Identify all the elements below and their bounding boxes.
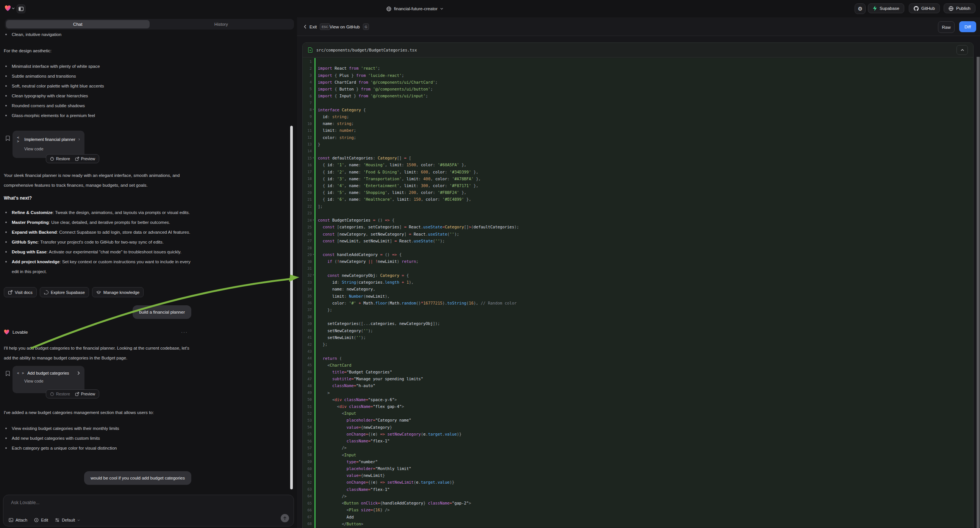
toggle-sidebar-button[interactable] [17, 5, 25, 13]
preview-label: Preview [81, 156, 95, 161]
diff-file-card: src/components/budget/BudgetCategories.t… [302, 43, 974, 528]
fold-chevron-icon[interactable]: ▾ [312, 219, 314, 221]
restore-preview-pill: Restore Preview [46, 390, 99, 398]
restore-button[interactable]: Restore [50, 392, 70, 396]
list-item: Clean, intuitive navigation [4, 30, 195, 40]
preview-button[interactable]: Preview [75, 392, 95, 396]
chat-history-tabs: Chat History [5, 19, 294, 30]
supabase-button[interactable]: Supabase [868, 3, 904, 13]
code-line: 20 { id: '5', name: 'Shopping', limit: 2… [303, 189, 973, 196]
code-line: 57 /> [303, 444, 973, 451]
lovable-heart-icon [4, 329, 10, 335]
chat-scrollbar[interactable] [290, 126, 293, 489]
logo-chevron-down-icon[interactable] [12, 7, 15, 10]
line-number: 7 [303, 101, 312, 105]
raw-toggle-button[interactable]: Raw [938, 21, 955, 33]
send-button[interactable] [281, 514, 289, 522]
edit-label: Edit [41, 518, 48, 522]
restore-button[interactable]: Restore [50, 156, 70, 161]
explore-supabase-button[interactable]: Explore Supabase [40, 287, 89, 297]
line-number: 36 [303, 301, 312, 305]
g-shortcut-badge: G [363, 24, 369, 30]
attach-button[interactable]: Attach [9, 518, 27, 522]
code-line: 31 [303, 265, 973, 272]
code-line: 5import { Button } from '@/components/ui… [303, 86, 973, 92]
file-header[interactable]: src/components/budget/BudgetCategories.t… [303, 43, 973, 57]
lovable-logo-icon[interactable] [5, 5, 11, 11]
view-on-github-button[interactable]: View on GitHub G [329, 17, 369, 36]
line-number: 49 [303, 391, 312, 395]
file-path: src/components/budget/BudgetCategories.t… [316, 48, 417, 52]
bookmark-icon[interactable] [6, 135, 10, 141]
code-line: 41 setNewLimit(''); [303, 334, 973, 341]
code-line: 53 placeholder="Category name" [303, 417, 973, 423]
collapse-file-button[interactable] [956, 45, 968, 55]
code-viewer-header: Exit ESC View on GitHub G Raw Diff [297, 17, 980, 36]
project-selector[interactable]: financial-future-creator [387, 4, 443, 14]
bookmark-icon[interactable] [6, 371, 10, 376]
diff-toggle-button[interactable]: Diff [959, 21, 976, 32]
line-number: 11 [303, 129, 312, 132]
edit-button[interactable]: Edit [34, 518, 48, 522]
line-number: 4 [303, 80, 312, 84]
code-line: 45 <ChartCard [303, 362, 973, 369]
list-item: Subtle animations and transitions [4, 71, 195, 81]
line-number: 63 [303, 487, 312, 491]
list-item: Glass-morphic elements for a premium fee… [4, 111, 195, 121]
code-content[interactable]: 12import React from 'react';3import { Pl… [303, 58, 973, 528]
action-button-row: Visit docs Explore Supabase Manage knowl… [4, 287, 143, 297]
manage-knowledge-button[interactable]: Manage knowledge [92, 287, 143, 297]
code-line: 65 <Button onClick={handleAddCategory} c… [303, 499, 973, 506]
line-number: 39 [303, 321, 312, 326]
line-number: 48 [303, 384, 312, 388]
fold-chevron-icon[interactable]: ▾ [312, 156, 314, 159]
code-line: 52 <Input [303, 410, 973, 417]
code-line: 44 return ( [303, 355, 973, 361]
external-link-icon [75, 157, 79, 161]
line-number: 31 [303, 266, 312, 270]
github-icon [914, 6, 919, 11]
fold-chevron-icon[interactable]: ▾ [312, 253, 314, 256]
line-number: 23 [303, 211, 312, 215]
code-line: 55 onChange={(e) => setNewCategory(e.tar… [303, 431, 973, 437]
tab-chat[interactable]: Chat [6, 20, 150, 29]
exit-button[interactable]: Exit ESC [304, 17, 330, 36]
code-line: 1 [303, 58, 973, 65]
code-line: 21 { id: '6', name: 'Healthcare', limit:… [303, 196, 973, 203]
code-scrollbar[interactable] [977, 57, 980, 528]
chat-input[interactable] [10, 499, 201, 506]
line-number: 37 [303, 308, 312, 312]
tab-history[interactable]: History [150, 20, 293, 29]
attach-label: Attach [16, 518, 27, 522]
preview-button[interactable]: Preview [75, 156, 95, 161]
code-line: 15▾const defaultCategories: Category[] =… [303, 154, 973, 161]
fold-chevron-icon[interactable]: ▾ [312, 108, 314, 111]
line-number: 59 [303, 460, 312, 464]
message-options-button[interactable]: ··· [181, 329, 188, 335]
fold-chevron-icon[interactable]: ▾ [312, 274, 314, 277]
line-number: 22 [303, 204, 312, 208]
github-button[interactable]: GitHub [909, 3, 940, 13]
code-line: 47 subtitle="Manage your spending limits… [303, 375, 973, 382]
image-icon [9, 518, 13, 522]
assistant-added-text: I've added a new budget categories manag… [4, 407, 195, 417]
assistant-reply: I'll help you add budget categories to t… [4, 343, 195, 363]
line-number: 2 [303, 66, 312, 70]
visit-docs-button[interactable]: Visit docs [4, 287, 37, 297]
line-number: 51 [303, 404, 312, 409]
mode-selector[interactable]: Default [55, 518, 80, 522]
line-number: 12 [303, 135, 312, 139]
version-card[interactable]: < > Add budget categories View code Rest… [13, 366, 84, 393]
list-item: Soft, neutral color palette with light b… [4, 81, 195, 91]
view-code-link[interactable]: View code [13, 375, 84, 383]
settings-button[interactable]: ⚙ [854, 3, 865, 14]
version-card[interactable]: < > Implement financial planner View cod… [13, 131, 84, 158]
list-item: Rounded corners and subtle shadows [4, 101, 195, 111]
view-code-link[interactable]: View code [13, 143, 84, 151]
code-line: 61 value={newLimit} [303, 472, 973, 479]
code-line: 51 <div className="flex gap-4"> [303, 403, 973, 410]
line-number: 24▾ [303, 218, 312, 222]
publish-button[interactable]: Publish [943, 3, 975, 13]
code-line: 32▾ const newCategoryObj: Category = { [303, 272, 973, 279]
line-number: 13 [303, 142, 312, 146]
